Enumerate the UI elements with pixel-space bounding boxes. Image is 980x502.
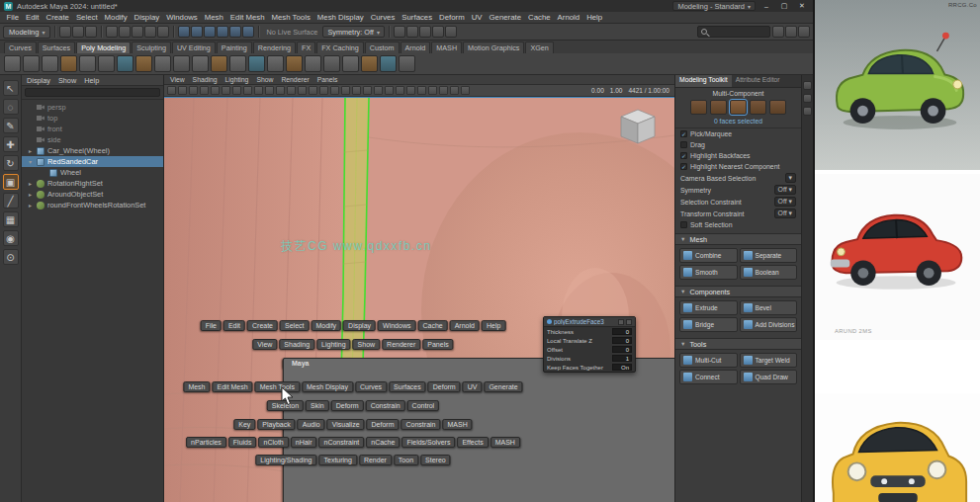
hotbox-menu[interactable]: Display bbox=[343, 320, 376, 331]
outliner-item[interactable]: side bbox=[22, 134, 163, 145]
hotbox-menu[interactable]: Render bbox=[359, 455, 392, 465]
hotbox-menu[interactable]: Skin bbox=[306, 400, 329, 411]
render-icon[interactable] bbox=[419, 26, 431, 38]
hotbox-menu[interactable]: Show bbox=[353, 339, 381, 350]
shelf-icon[interactable] bbox=[361, 55, 378, 72]
menu-set-dropdown[interactable]: Modeling ▾ bbox=[3, 26, 50, 39]
hotbox-menu[interactable]: Deform bbox=[428, 381, 461, 392]
toolkit-button[interactable]: Separate bbox=[740, 248, 798, 263]
hotbox-menu[interactable]: MASH bbox=[490, 437, 520, 448]
outliner-item[interactable]: ▸Car_Wheel(Wheel) bbox=[22, 145, 163, 156]
viewport-toolbar-icon[interactable] bbox=[276, 86, 285, 95]
snap-icon[interactable] bbox=[217, 26, 228, 38]
toolkit-button[interactable]: Target Weld bbox=[740, 353, 798, 368]
shelf-tab[interactable]: UV Editing bbox=[172, 42, 216, 53]
render-icon[interactable] bbox=[394, 26, 405, 38]
menu-item[interactable]: Mesh bbox=[201, 13, 226, 22]
option-pick-marquee[interactable]: ✓Pick/Marquee bbox=[675, 128, 801, 139]
toolbox-tool[interactable]: ✚ bbox=[3, 136, 19, 152]
snap-icon[interactable] bbox=[178, 26, 190, 38]
section-components[interactable]: ▼Components bbox=[675, 286, 801, 297]
component-mode-icon[interactable] bbox=[750, 100, 766, 115]
outliner-menu-item[interactable]: Display bbox=[27, 76, 50, 85]
snap-icon[interactable] bbox=[242, 26, 254, 38]
selection-mask-icon[interactable] bbox=[132, 26, 143, 38]
shelf-icon[interactable] bbox=[267, 55, 284, 72]
toolbox-tool[interactable]: ◉ bbox=[3, 230, 19, 246]
menu-item[interactable]: Mesh Tools bbox=[268, 13, 313, 22]
hotbox-menu[interactable]: MASH bbox=[442, 419, 472, 430]
viewport-toolbar-icon[interactable] bbox=[352, 86, 361, 95]
viewport-toolbar-icon[interactable] bbox=[200, 86, 209, 95]
shelf-tab[interactable]: Motion Graphics bbox=[463, 42, 524, 53]
menu-item[interactable]: Display bbox=[131, 13, 163, 22]
viewport-menu-item[interactable]: Renderer bbox=[281, 76, 309, 83]
workspace-selector[interactable]: Modeling - Standard ▾ bbox=[672, 1, 756, 11]
viewport-toolbar-icon[interactable] bbox=[363, 86, 372, 95]
viewport-toolbar-icon[interactable] bbox=[374, 86, 383, 95]
hotbox-menu[interactable]: Constrain bbox=[366, 400, 405, 411]
shelf-icon[interactable] bbox=[323, 55, 340, 72]
viewport-toolbar-icon[interactable] bbox=[396, 86, 404, 95]
checkbox[interactable] bbox=[680, 141, 687, 148]
minimize-button[interactable]: – bbox=[759, 1, 773, 11]
hotbox-maya-button[interactable]: Maya bbox=[283, 358, 674, 502]
menu-item[interactable]: Arnold bbox=[554, 13, 583, 22]
hotbox-menu[interactable]: Generate bbox=[484, 381, 522, 392]
hotbox-menu[interactable]: Renderer bbox=[382, 339, 420, 350]
hotbox-menu[interactable]: Cache bbox=[417, 320, 447, 331]
symmetry-toolkit-dropdown[interactable]: SymmetryOff ▾ bbox=[675, 184, 801, 196]
shelf-tab[interactable]: Curves bbox=[4, 42, 37, 53]
hotbox-menu[interactable]: Panels bbox=[422, 339, 453, 350]
hotbox-menu[interactable]: Deform bbox=[367, 419, 400, 430]
toolkit-button[interactable]: Connect bbox=[679, 370, 738, 384]
checkbox[interactable]: ✓ bbox=[680, 152, 687, 159]
viewport-toolbar-icon[interactable] bbox=[330, 86, 339, 95]
shelf-tab[interactable]: Rendering bbox=[253, 42, 296, 53]
toolbox-tool[interactable]: ✎ bbox=[3, 118, 19, 133]
menu-item[interactable]: Modify bbox=[101, 13, 131, 22]
sidebar-tab-icon[interactable] bbox=[803, 94, 812, 103]
hotbox-menu[interactable]: Lighting bbox=[316, 339, 351, 350]
close-button[interactable]: ✕ bbox=[795, 1, 809, 11]
hotbox-menu[interactable]: Deform bbox=[331, 400, 364, 411]
selection-mask-icon[interactable] bbox=[106, 26, 118, 38]
hotbox-menu[interactable]: Help bbox=[482, 320, 505, 331]
render-icon[interactable] bbox=[432, 26, 444, 38]
sidebar-toggle-icon[interactable] bbox=[798, 26, 810, 38]
hotbox-menu[interactable]: Curves bbox=[355, 381, 387, 392]
viewport-toolbar-icon[interactable] bbox=[189, 86, 198, 95]
hotbox-menu[interactable]: Fields/Solvers bbox=[401, 437, 455, 448]
outliner-item[interactable]: top bbox=[22, 113, 163, 124]
search-field[interactable] bbox=[697, 26, 770, 38]
shelf-icon[interactable] bbox=[98, 55, 115, 72]
shelf-icon[interactable] bbox=[248, 55, 265, 72]
shelf-icon[interactable] bbox=[286, 55, 303, 72]
status-icon[interactable] bbox=[59, 26, 71, 38]
hotbox-menu[interactable]: Skeleton bbox=[267, 400, 304, 411]
tab-modeling-toolkit[interactable]: Modeling Toolkit bbox=[675, 75, 732, 87]
menu-item[interactable]: Curves bbox=[367, 13, 399, 22]
hotbox-menu[interactable]: nHair bbox=[291, 437, 317, 448]
option-highlight-nearest[interactable]: ✓Highlight Nearest Component bbox=[675, 161, 801, 172]
popup-title-bar[interactable]: polyExtrudeFace3 bbox=[544, 317, 635, 327]
hotbox-menu[interactable]: Windows bbox=[378, 320, 415, 331]
hotbox-menu[interactable]: Control bbox=[407, 400, 440, 411]
shelf-icon[interactable] bbox=[342, 55, 359, 72]
hotbox-menu[interactable]: Audio bbox=[298, 419, 325, 430]
hotbox-menu[interactable]: Modify bbox=[311, 320, 341, 331]
hotbox-menu[interactable]: Shading bbox=[279, 339, 314, 350]
hotbox-menu[interactable]: UV bbox=[463, 381, 483, 392]
outliner-item[interactable]: Wheel bbox=[22, 167, 163, 178]
shelf-icon[interactable] bbox=[399, 55, 415, 72]
hotbox-menu[interactable]: Constrain bbox=[401, 419, 441, 430]
shelf-icon[interactable] bbox=[4, 55, 21, 72]
exposure-value[interactable]: 0.00 bbox=[589, 87, 606, 94]
toolkit-button[interactable]: Quad Draw bbox=[740, 370, 798, 384]
hotbox-menu[interactable]: Texturing bbox=[318, 455, 356, 465]
shelf-tab[interactable]: Surfaces bbox=[38, 42, 75, 53]
viewport-3d-area[interactable]: 技艺CG www.qdxxfb.cn FileEditCreateSelectM… bbox=[164, 97, 674, 502]
status-icon[interactable] bbox=[85, 26, 97, 38]
shelf-icon[interactable] bbox=[173, 55, 190, 72]
menu-item[interactable]: Mesh Display bbox=[313, 13, 367, 22]
